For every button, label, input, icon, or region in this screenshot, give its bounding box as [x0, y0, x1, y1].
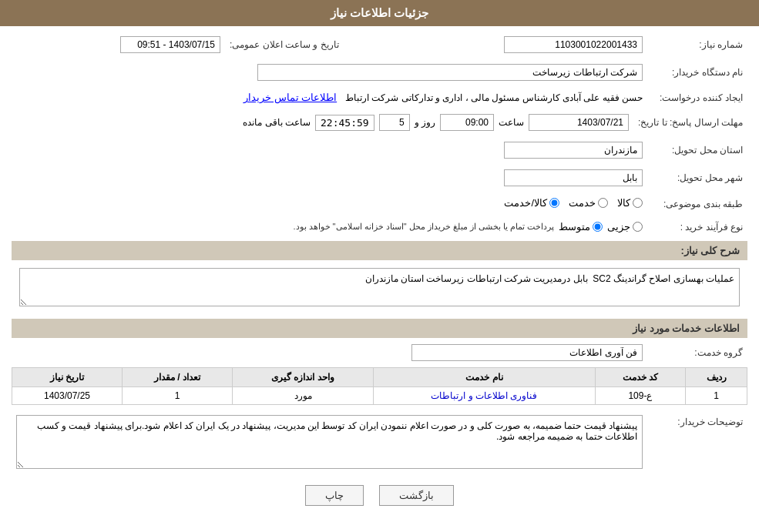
- buyer-org-input[interactable]: [257, 64, 643, 81]
- page-title: جزئیات اطلاعات نیاز: [331, 6, 428, 19]
- col-name: نام خدمت: [374, 368, 596, 387]
- description-label: شرح کلی نیاز:: [680, 245, 740, 256]
- province-label: استان محل تحویل:: [647, 139, 747, 161]
- announce-label: تاریخ و ساعت اعلان عمومی:: [225, 34, 344, 55]
- creator-contact-link[interactable]: اطلاعات تماس خریدار: [243, 92, 337, 103]
- deadline-remaining-label: ساعت باقی مانده: [243, 117, 311, 128]
- cell-count: 1: [123, 387, 233, 405]
- group-service-input[interactable]: [411, 344, 643, 361]
- category-kala-khedmat-radio[interactable]: [549, 198, 559, 208]
- creator-name: حسن فقیه علی آبادی کارشناس مسئول مالی ، …: [345, 92, 643, 103]
- creator-label: ایجاد کننده درخواست:: [647, 89, 747, 105]
- deadline-time-input[interactable]: [440, 114, 494, 131]
- group-service-label: گروه خدمت:: [647, 342, 747, 363]
- need-number-input[interactable]: [504, 36, 643, 53]
- deadline-time-label: ساعت: [499, 117, 524, 128]
- services-title: اطلاعات خدمات مورد نیاز: [633, 323, 740, 334]
- need-number-label: شماره نیاز:: [647, 34, 747, 55]
- cell-unit: مورد: [232, 387, 373, 405]
- countdown-display: 22:45:59: [315, 115, 374, 131]
- process-note: پرداخت تمام یا بخشی از مبلغ خریداز محل "…: [293, 222, 554, 232]
- print-button[interactable]: چاپ: [305, 485, 364, 506]
- process-jozi-radio[interactable]: [633, 222, 643, 232]
- category-kala-label: کالا: [617, 197, 630, 209]
- cell-row: 1: [686, 387, 747, 405]
- services-table: ردیف کد خدمت نام خدمت واحد اندازه گیری ت…: [12, 367, 747, 405]
- cell-date: 1403/07/25: [12, 387, 123, 405]
- city-input[interactable]: [504, 169, 643, 186]
- province-input[interactable]: [504, 142, 643, 159]
- deadline-days-input[interactable]: [379, 114, 410, 131]
- description-textarea[interactable]: [19, 268, 740, 306]
- buyer-notes-textarea[interactable]: [16, 415, 643, 469]
- buyer-org-label: نام دستگاه خریدار:: [647, 62, 747, 83]
- cell-name: فناوری اطلاعات و ارتباطات: [374, 387, 596, 405]
- table-row: 1ع-109فناوری اطلاعات و ارتباطاتمورد11403…: [12, 387, 747, 405]
- description-section-header: شرح کلی نیاز:: [12, 241, 747, 260]
- category-kala-radio[interactable]: [633, 198, 643, 208]
- services-section-header: اطلاعات خدمات مورد نیاز: [12, 319, 747, 338]
- deadline-day-label: روز و: [415, 117, 435, 128]
- col-date: تاریخ نیاز: [12, 368, 123, 387]
- process-motavas-label: متوسط: [559, 221, 590, 233]
- process-motavas-radio[interactable]: [593, 222, 603, 232]
- col-unit: واحد اندازه گیری: [232, 368, 373, 387]
- buyer-notes-label: توضیحات خریدار:: [647, 413, 747, 473]
- announce-input[interactable]: [120, 36, 220, 53]
- category-label: طبقه بندی موضوعی:: [647, 195, 747, 212]
- page-header: جزئیات اطلاعات نیاز: [0, 0, 759, 26]
- process-label: نوع فرآیند خرید :: [647, 219, 747, 235]
- process-jozi-label: جزیی: [607, 221, 630, 233]
- city-label: شهر محل تحویل:: [647, 167, 747, 189]
- buttons-row: بازگشت چاپ: [12, 485, 747, 506]
- cell-code: ع-109: [595, 387, 686, 405]
- deadline-date-input[interactable]: [529, 114, 629, 131]
- category-kala-khedmat-label: کالا/خدمت: [504, 197, 547, 209]
- deadline-label: مهلت ارسال پاسخ: تا تاریخ:: [633, 112, 747, 133]
- col-count: تعداد / مقدار: [123, 368, 233, 387]
- col-row: ردیف: [686, 368, 747, 387]
- category-khedmat-radio[interactable]: [598, 198, 608, 208]
- category-khedmat-label: خدمت: [569, 197, 596, 209]
- col-code: کد خدمت: [595, 368, 686, 387]
- back-button[interactable]: بازگشت: [379, 485, 454, 506]
